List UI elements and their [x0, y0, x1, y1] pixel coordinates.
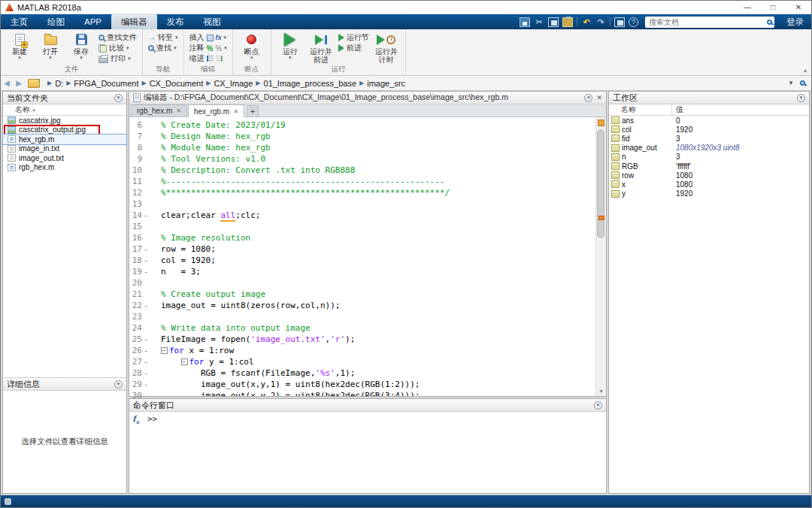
- current-folder-title: 当前文件夹: [7, 92, 48, 104]
- open-button[interactable]: 打开 ▾: [37, 32, 64, 65]
- scroll-down-icon[interactable]: ▼: [596, 387, 606, 396]
- workspace-variable-row[interactable]: x1080: [609, 180, 809, 189]
- code-line: [161, 311, 595, 322]
- paste-icon[interactable]: [562, 17, 573, 27]
- breadcrumb-segment[interactable]: 01_Image_process_base: [264, 79, 357, 88]
- close-tab-icon[interactable]: ✕: [233, 108, 238, 115]
- workspace-variable-row[interactable]: ans0: [609, 116, 809, 125]
- find-files-button[interactable]: 查找文件: [98, 32, 137, 43]
- breadcrumb-segment[interactable]: CX_Image: [214, 79, 253, 88]
- fold-icon[interactable]: −: [161, 347, 168, 354]
- breadcrumb-segment[interactable]: CX_Document: [150, 79, 204, 88]
- workspace-variable-row[interactable]: image_out1080x1920x3 uint8: [609, 144, 809, 153]
- command-window-body[interactable]: fx >>: [129, 412, 606, 493]
- toolstrip-tab-bar: 主页绘图APP编辑器发布视图 ✂ ↶ ↷ ? 登录: [1, 14, 811, 29]
- breadcrumb-segment[interactable]: D:: [55, 79, 63, 88]
- editor-tab-1[interactable]: hex_rgb.m✕: [188, 104, 244, 117]
- ribbon-tab-1[interactable]: 绘图: [38, 14, 74, 29]
- save-button[interactable]: 保存 ▾: [68, 32, 95, 65]
- file-row[interactable]: rgb_hex.m: [3, 163, 126, 173]
- run-button[interactable]: 运行 ▾: [277, 32, 304, 65]
- forward-icon[interactable]: ▶: [13, 79, 25, 87]
- command-prompt[interactable]: >>: [147, 414, 157, 424]
- workspace-variable-row[interactable]: row1080: [609, 171, 809, 180]
- print-button[interactable]: 打印 ▾: [98, 53, 137, 64]
- redo-icon[interactable]: ↷: [595, 17, 606, 27]
- file-row[interactable]: hex_rgb.m: [3, 135, 126, 144]
- editor-scrollbar[interactable]: ▲ ▼: [595, 117, 606, 396]
- ribbon-tab-2[interactable]: APP: [74, 14, 111, 29]
- panel-menu-icon[interactable]: ▼: [594, 401, 602, 410]
- panel-menu-icon[interactable]: ▼: [114, 94, 123, 102]
- up-one-level-icon[interactable]: [28, 79, 40, 88]
- editor-tab-0[interactable]: rgb_hex.m✕: [131, 104, 187, 116]
- run-section-button[interactable]: 运行节: [338, 32, 369, 43]
- file-row[interactable]: cascatrix.jpg: [3, 116, 126, 125]
- ribbon-tab-0[interactable]: 主页: [1, 14, 38, 29]
- minimize-button[interactable]: —: [735, 1, 760, 14]
- editor-close-icon[interactable]: ✕: [596, 94, 602, 101]
- workspace-variable-row[interactable]: RGB'ffffff': [609, 162, 809, 171]
- find-button[interactable]: 查找 ▾: [148, 43, 178, 53]
- line-number: 19-: [129, 266, 150, 277]
- code-analyzer-indicator[interactable]: [598, 119, 604, 126]
- breakpoints-button[interactable]: 断点 ▾: [238, 32, 265, 65]
- details-header[interactable]: 详细信息 ▼: [3, 378, 126, 391]
- breadcrumb-segment[interactable]: image_src: [367, 79, 405, 88]
- group-label-navigate: 导航: [143, 65, 183, 74]
- warning-marker[interactable]: [598, 216, 604, 220]
- insert-button[interactable]: 插入 fx ▾: [189, 32, 227, 43]
- doc-search-box[interactable]: [645, 17, 774, 28]
- breadcrumb-segment[interactable]: FPGA_Document: [74, 79, 138, 88]
- help-icon[interactable]: ?: [629, 17, 638, 27]
- recent-folders-dropdown-icon[interactable]: ▼: [788, 80, 794, 86]
- doc-search-input[interactable]: [649, 18, 767, 26]
- new-script-button[interactable]: + 新建 ▾: [6, 32, 33, 65]
- advance-button[interactable]: 前进: [338, 43, 369, 53]
- file-row[interactable]: cascatrix_output.jpg: [3, 125, 126, 135]
- ribbon-tab-3[interactable]: 编辑器: [111, 14, 157, 29]
- indent-button[interactable]: 缩进: [189, 53, 227, 64]
- comment-button[interactable]: 注释 % % ▾: [189, 43, 227, 53]
- file-row[interactable]: image_in.txt: [3, 144, 126, 154]
- search-icon[interactable]: [767, 20, 772, 25]
- collapse-ribbon-icon[interactable]: ▴: [804, 67, 807, 74]
- back-icon[interactable]: ◀: [1, 79, 13, 87]
- ribbon-tab-4[interactable]: 发布: [157, 14, 194, 29]
- fold-icon[interactable]: −: [181, 358, 188, 365]
- editor-menu-icon[interactable]: ▼: [584, 94, 592, 102]
- close-tab-icon[interactable]: ✕: [176, 107, 181, 114]
- workspace-variable-row[interactable]: fid3: [609, 134, 809, 143]
- scrollbar-thumb[interactable]: [597, 129, 604, 238]
- code-lines[interactable]: % Create Date: 2023/01/19% Design Name: …: [150, 117, 595, 396]
- workspace-variable-row[interactable]: n3: [609, 153, 809, 162]
- editor-title: 编辑器 - D:\FPGA_Document\CX_Document\CX_Im…: [144, 92, 508, 103]
- ribbon-tab-5[interactable]: 视图: [194, 14, 231, 29]
- workspace-variable-row[interactable]: y1920: [609, 189, 809, 198]
- undo-icon[interactable]: ↶: [581, 17, 592, 27]
- switch-windows-icon[interactable]: [614, 17, 625, 27]
- quick-save-icon[interactable]: [520, 17, 530, 27]
- sign-in-button[interactable]: 登录: [779, 14, 811, 29]
- details-collapse-icon[interactable]: ▼: [114, 380, 123, 389]
- workspace-variable-row[interactable]: col1920: [609, 125, 809, 134]
- close-button[interactable]: ✕: [786, 1, 811, 14]
- copy-icon[interactable]: [548, 17, 559, 27]
- line-number: 14-: [129, 210, 150, 221]
- run-and-time-button[interactable]: 运行并计时: [373, 32, 400, 65]
- workspace-panel: 工作区 ▼ 名称 值 ans0col1920fid3image_out1080x…: [608, 91, 810, 494]
- folder-column-header[interactable]: 名称 ▲: [3, 104, 126, 116]
- code-area[interactable]: 67891011121314-151617-18-19-202122-23242…: [129, 117, 606, 396]
- variable-grid-icon: [611, 171, 620, 179]
- compare-button[interactable]: 比较 ▾: [98, 43, 137, 53]
- folder-search-icon[interactable]: [800, 80, 805, 86]
- goto-button[interactable]: → 转至 ▾: [148, 32, 178, 43]
- maximize-button[interactable]: □: [760, 1, 786, 14]
- workspace-column-header[interactable]: 名称 值: [609, 104, 809, 116]
- file-row[interactable]: image_out.txt: [3, 153, 126, 163]
- run-and-advance-button[interactable]: 运行并前进: [308, 32, 335, 65]
- panel-menu-icon[interactable]: ▼: [797, 94, 805, 102]
- new-tab-button[interactable]: +: [247, 105, 259, 116]
- fx-icon[interactable]: fx: [132, 414, 139, 425]
- cut-icon[interactable]: ✂: [534, 17, 544, 27]
